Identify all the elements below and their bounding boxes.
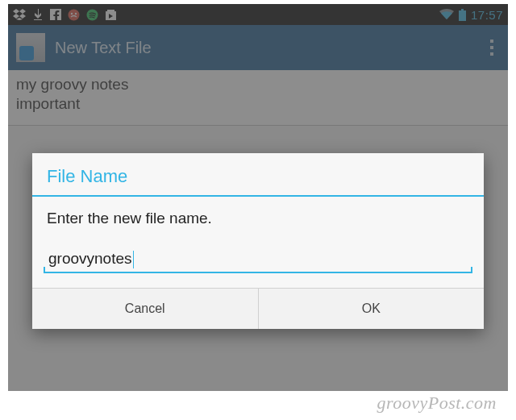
cancel-button[interactable]: Cancel: [32, 289, 258, 329]
dialog-message: Enter the new file name.: [32, 197, 484, 232]
file-name-dialog: File Name Enter the new file name. groov…: [32, 153, 484, 329]
device-frame: 17:57 New Text File my groovy notes impo…: [8, 4, 508, 391]
dialog-button-bar: Cancel OK: [32, 288, 484, 329]
text-cursor: [133, 251, 134, 268]
dialog-input-container: groovynotes: [32, 232, 484, 288]
watermark: groovyPost.com: [377, 393, 497, 414]
filename-input[interactable]: groovynotes: [44, 248, 472, 273]
filename-input-value: groovynotes: [48, 250, 132, 267]
dialog-title: File Name: [32, 153, 484, 195]
ok-button[interactable]: OK: [258, 289, 485, 329]
